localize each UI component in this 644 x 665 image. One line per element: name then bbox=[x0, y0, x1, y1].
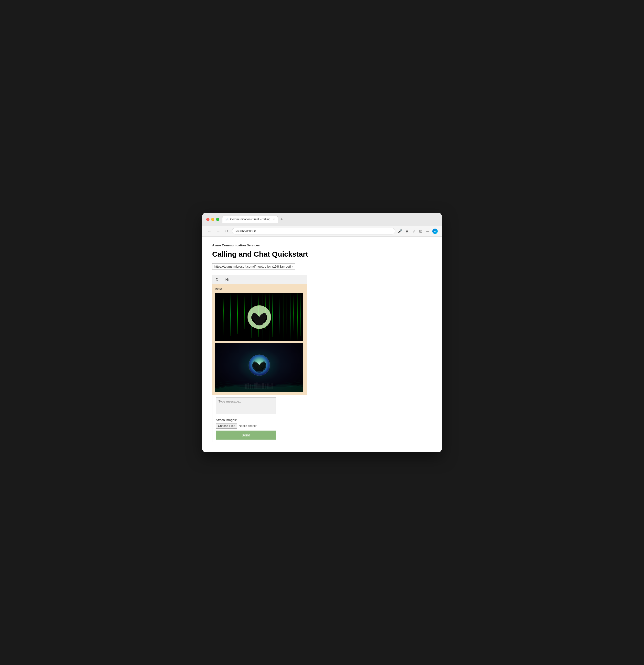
acs-label: Azure Communication Services bbox=[212, 244, 432, 247]
send-button[interactable]: Send bbox=[216, 431, 276, 440]
divider bbox=[216, 416, 276, 416]
svg-rect-10 bbox=[265, 384, 266, 389]
svg-rect-12 bbox=[270, 385, 271, 389]
toolbar-icons: 🎤 A↑ ☆ ⊡ ··· e bbox=[398, 229, 438, 234]
xbox-logo-1 bbox=[247, 305, 272, 329]
address-bar: ← → ↺ 🎤 A↑ ☆ ⊡ ··· e bbox=[202, 226, 442, 236]
svg-rect-3 bbox=[250, 384, 251, 389]
more-options-icon[interactable]: ··· bbox=[426, 229, 429, 233]
page-title: Calling and Chat Quickstart bbox=[212, 250, 432, 258]
tab-close-icon[interactable]: ✕ bbox=[273, 218, 275, 221]
edge-browser-icon: e bbox=[433, 229, 438, 234]
hello-text: hello bbox=[215, 287, 304, 291]
split-view-icon[interactable]: ⊡ bbox=[419, 229, 422, 233]
svg-rect-11 bbox=[267, 383, 269, 389]
xbox-logo-2 bbox=[248, 354, 270, 376]
browser-window: 📄 Communication Client - Calling ✕ + ← →… bbox=[202, 213, 442, 452]
close-button[interactable] bbox=[206, 218, 209, 221]
svg-rect-6 bbox=[256, 382, 258, 389]
star-icon[interactable]: ☆ bbox=[412, 229, 416, 233]
active-tab[interactable]: 📄 Communication Client - Calling ✕ bbox=[222, 216, 278, 223]
font-icon[interactable]: A↑ bbox=[406, 229, 409, 233]
tab-bar: 📄 Communication Client - Calling ✕ + bbox=[222, 216, 438, 223]
xbox-image-2 bbox=[215, 343, 303, 392]
traffic-lights bbox=[206, 218, 219, 221]
title-bar: 📄 Communication Client - Calling ✕ + bbox=[202, 213, 442, 226]
svg-rect-13 bbox=[272, 383, 273, 389]
mic-icon[interactable]: 🎤 bbox=[398, 229, 402, 233]
new-tab-button[interactable]: + bbox=[279, 216, 284, 223]
chat-container: C Hi hello bbox=[212, 275, 307, 442]
no-file-text: No file chosen bbox=[239, 424, 257, 428]
file-input-row: Choose Files No file chosen bbox=[216, 423, 304, 429]
svg-rect-2 bbox=[247, 383, 249, 389]
reload-button[interactable]: ↺ bbox=[224, 228, 229, 234]
minimize-button[interactable] bbox=[211, 218, 214, 221]
hi-message: Hi bbox=[225, 278, 228, 282]
svg-rect-1 bbox=[245, 384, 246, 389]
tab-title: Communication Client - Calling bbox=[230, 217, 271, 221]
svg-rect-9 bbox=[262, 383, 264, 389]
image-message: hello bbox=[213, 284, 307, 395]
xbox-image-1 bbox=[215, 293, 303, 341]
maximize-button[interactable] bbox=[216, 218, 219, 221]
back-button[interactable]: ← bbox=[206, 229, 213, 234]
message-input[interactable] bbox=[216, 397, 276, 414]
svg-rect-7 bbox=[258, 384, 260, 389]
teams-url-input[interactable] bbox=[212, 263, 295, 270]
choose-files-button[interactable]: Choose Files bbox=[216, 423, 237, 429]
tab-page-icon: 📄 bbox=[225, 218, 229, 221]
forward-button[interactable]: → bbox=[215, 229, 221, 234]
svg-rect-8 bbox=[260, 384, 261, 389]
svg-rect-5 bbox=[254, 383, 256, 389]
svg-rect-4 bbox=[252, 385, 253, 389]
attach-label: Attach images: bbox=[216, 418, 304, 422]
chat-initial: C bbox=[213, 275, 222, 284]
hi-message-area: Hi bbox=[222, 275, 307, 284]
message-input-area: Attach images: Choose Files No file chos… bbox=[213, 395, 307, 442]
page-content: Azure Communication Services Calling and… bbox=[202, 236, 442, 452]
address-input[interactable] bbox=[232, 228, 395, 234]
